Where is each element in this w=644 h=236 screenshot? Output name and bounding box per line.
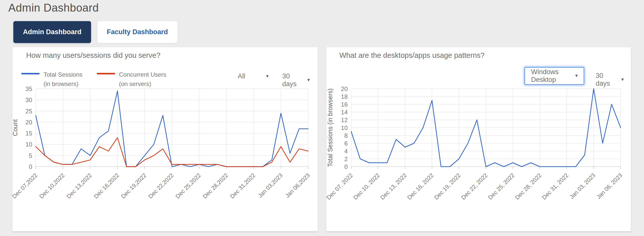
legend-swatch-red (97, 73, 115, 74)
svg-text:Dec 22, 2022: Dec 22, 2022 (460, 172, 489, 201)
svg-text:Dec 10, 2022: Dec 10, 2022 (352, 172, 381, 201)
svg-text:12: 12 (341, 117, 348, 123)
legend-label: Total Sessions (in browsers) (44, 70, 83, 88)
svg-text:18: 18 (341, 93, 348, 100)
svg-text:Dec 19,2022: Dec 19,2022 (120, 172, 148, 200)
svg-text:Dec 31, 2022: Dec 31, 2022 (541, 172, 570, 201)
svg-text:14: 14 (341, 109, 348, 116)
chevron-down-icon: ▼ (306, 78, 311, 83)
svg-text:Dec 28, 2022: Dec 28, 2022 (514, 172, 543, 201)
svg-text:Dec 13,2022: Dec 13,2022 (65, 172, 93, 200)
svg-text:8: 8 (344, 132, 348, 139)
chevron-down-icon: ▼ (620, 77, 625, 82)
svg-text:Dec 25,2022: Dec 25,2022 (174, 172, 202, 200)
legend-item-concurrent-users: Concurrent Users (on servers) (97, 70, 166, 88)
svg-text:10: 10 (25, 141, 32, 148)
tab-faculty-dashboard[interactable]: Faculty Dashboard (97, 21, 177, 43)
svg-text:30: 30 (25, 97, 32, 103)
svg-text:Jan 03,2023: Jan 03,2023 (257, 172, 284, 199)
svg-text:Dec 31,2022: Dec 31,2022 (229, 172, 257, 200)
svg-text:25: 25 (25, 108, 32, 115)
svg-text:Dec 16, 2022: Dec 16, 2022 (406, 172, 435, 201)
svg-text:4: 4 (344, 148, 348, 155)
svg-text:Jan 06,2023: Jan 06,2023 (284, 172, 311, 199)
legend-swatch-blue (21, 73, 39, 74)
date-range-select[interactable]: 30 days ▼ (282, 72, 311, 88)
svg-text:Jan 06, 2023: Jan 06, 2023 (595, 172, 623, 200)
svg-text:Dec 25, 2022: Dec 25, 2022 (487, 172, 516, 201)
svg-text:15: 15 (25, 130, 32, 137)
usage-line-chart: Dec 07, 2022Dec 10, 2022Dec 13, 2022Dec … (326, 47, 631, 231)
svg-text:Total Sessions (in browsers): Total Sessions (in browsers) (327, 88, 334, 167)
usage-chart-title: What are the desktops/apps usage pattern… (339, 51, 485, 60)
svg-text:Dec 22,2022: Dec 22,2022 (147, 172, 175, 200)
svg-text:Dec 07,2022: Dec 07,2022 (12, 172, 39, 200)
svg-text:Dec 28,2022: Dec 28,2022 (202, 172, 229, 200)
chevron-down-icon: ▼ (265, 74, 269, 79)
desktop-filter-value: Windows Desktop (531, 68, 571, 84)
desktop-filter-select[interactable]: Windows Desktop ▼ (525, 67, 584, 85)
legend-item-total-sessions: Total Sessions (in browsers) (21, 70, 83, 88)
sessions-chart-title: How many users/sessions did you serve? (26, 51, 160, 60)
usage-chart-card: What are the desktops/apps usage pattern… (326, 47, 631, 231)
svg-text:5: 5 (29, 152, 32, 159)
legend-label: Concurrent Users (on servers) (119, 70, 166, 88)
svg-text:20: 20 (341, 85, 348, 92)
svg-text:Dec 07, 2022: Dec 07, 2022 (326, 172, 354, 201)
svg-text:6: 6 (344, 140, 348, 147)
svg-text:0: 0 (344, 163, 348, 170)
date-range-value: 30 days (282, 72, 303, 88)
svg-text:10: 10 (341, 124, 348, 131)
svg-text:Dec 10,2022: Dec 10,2022 (38, 172, 66, 200)
chevron-down-icon: ▼ (574, 73, 579, 78)
svg-text:20: 20 (25, 119, 32, 126)
svg-text:2: 2 (344, 156, 348, 162)
series-filter-select[interactable]: All ▼ (238, 72, 269, 80)
svg-text:Dec 16,2022: Dec 16,2022 (93, 172, 120, 200)
page-title: Admin Dashboard (8, 2, 99, 14)
sessions-chart-card: How many users/sessions did you serve? T… (12, 47, 318, 231)
svg-text:Dec 19, 2022: Dec 19, 2022 (433, 172, 462, 201)
svg-text:Dec 13, 2022: Dec 13, 2022 (379, 172, 408, 201)
svg-text:Count: Count (12, 119, 19, 136)
series-filter-value: All (238, 72, 245, 80)
svg-text:16: 16 (341, 101, 348, 108)
tab-admin-dashboard[interactable]: Admin Dashboard (13, 21, 91, 43)
date-range-select[interactable]: 30 days ▼ (596, 72, 625, 87)
svg-text:Jan 03, 2023: Jan 03, 2023 (568, 172, 596, 200)
date-range-value: 30 days (596, 72, 617, 87)
svg-text:0: 0 (29, 163, 32, 170)
